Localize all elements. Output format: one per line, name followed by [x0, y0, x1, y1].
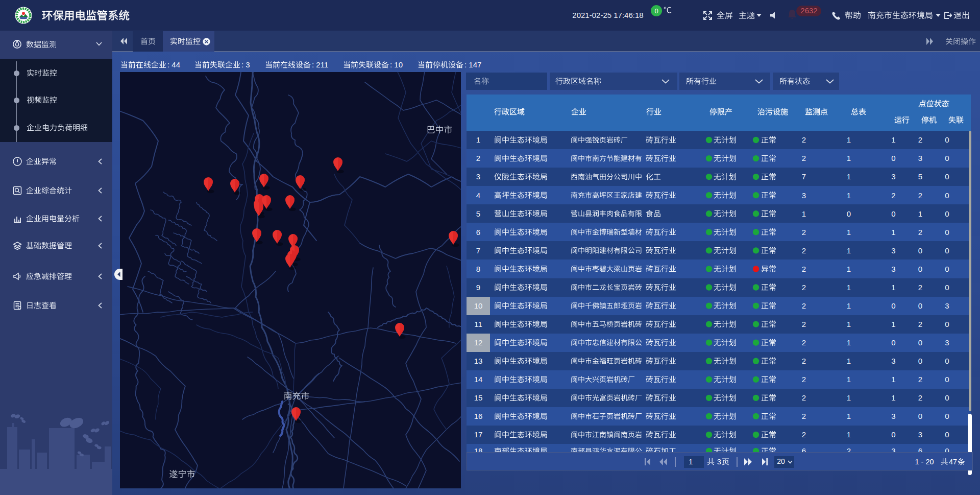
svg-text:1 - 20: 1 - 20 — [915, 458, 934, 466]
svg-text:3: 3 — [717, 457, 721, 466]
svg-text:1: 1 — [689, 457, 693, 466]
svg-text:47: 47 — [949, 458, 957, 466]
svg-text:20: 20 — [777, 457, 785, 465]
